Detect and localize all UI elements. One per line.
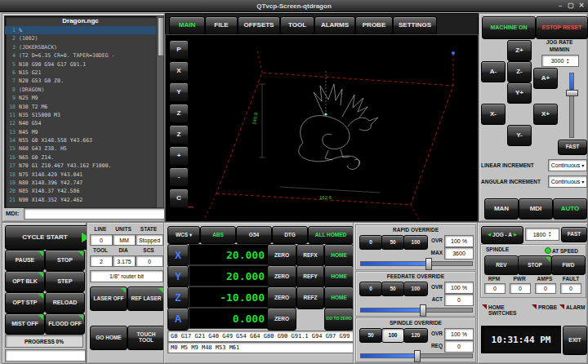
gcode-line[interactable]: 2(1002): [5, 34, 156, 42]
gcode-line[interactable]: 7N20 G53 G0 Z0.: [5, 77, 156, 85]
exit-button[interactable]: EXIT: [563, 326, 587, 355]
angular-jog-rate-spinbox[interactable]: 1800 ▲▼: [525, 228, 559, 241]
home-y-button[interactable]: HOME: [324, 265, 354, 288]
message-entry[interactable]: [5, 349, 86, 362]
spindle-stop-button[interactable]: STOP: [518, 255, 552, 275]
stop-button[interactable]: STOP: [45, 250, 85, 271]
reload-button[interactable]: RELOAD: [45, 292, 85, 313]
gcode-line[interactable]: 12N40 G54: [5, 119, 156, 127]
spinbox-arrows-icon[interactable]: ▲▼: [566, 58, 569, 64]
tab-offsets[interactable]: OFFSETS: [238, 16, 280, 35]
mode-mdi-button[interactable]: MDI: [519, 198, 553, 220]
rapid-0-button[interactable]: 0: [359, 235, 382, 250]
jog-z-plus-button[interactable]: Z+: [507, 40, 532, 61]
spindle-rev-button[interactable]: REV: [484, 255, 519, 275]
spindle-50-button[interactable]: 50: [359, 328, 382, 343]
laser-off-button[interactable]: LASER OFF: [90, 286, 127, 311]
tab-main[interactable]: MAIN: [169, 16, 205, 35]
zero-a-button[interactable]: ZERO: [267, 308, 296, 331]
axis-y-button[interactable]: Y: [167, 265, 189, 288]
slider-handle[interactable]: [420, 304, 426, 317]
touch-tool-button[interactable]: TOUCH TOOL: [127, 326, 165, 350]
opt-blk-button[interactable]: OPT BLK: [5, 271, 45, 292]
gcode-line[interactable]: 20N85 X148.37 Y42.586: [5, 187, 156, 195]
arrow-right-icon[interactable]: ▶: [514, 233, 517, 237]
gcode-line[interactable]: 14N55 G0 X148.558 Y43.663: [5, 136, 156, 144]
mode-auto-button[interactable]: AUTO: [553, 198, 587, 220]
minimize-button[interactable]: –: [555, 1, 565, 10]
gcode-line[interactable]: 21N90 X148.352 Y42.462: [5, 196, 156, 204]
ref-x-button[interactable]: REFX: [296, 244, 324, 267]
spindle-fwd-button[interactable]: FWD: [551, 255, 586, 275]
tab-probe[interactable]: PROBE: [355, 16, 393, 35]
mode-man-button[interactable]: MAN: [484, 198, 519, 220]
jog-x-plus-button[interactable]: X+: [533, 104, 558, 125]
gcode-line[interactable]: 8(DRAGON): [5, 86, 156, 94]
spindle-override-slider[interactable]: [360, 353, 473, 358]
slider-handle[interactable]: [414, 350, 421, 362]
gcode-line[interactable]: 11N35 S15000 M3: [5, 111, 156, 119]
linear-increment-select[interactable]: Continuous ▾: [548, 159, 587, 171]
slider-handle[interactable]: [566, 90, 578, 96]
view-z2-button[interactable]: Z: [169, 125, 189, 144]
tab-file[interactable]: FILE: [205, 16, 238, 35]
jog-y-minus-button[interactable]: Y-: [507, 125, 532, 146]
tab-alarms[interactable]: ALARMS: [314, 16, 355, 35]
angular-fast-button[interactable]: FAST: [561, 227, 587, 242]
clear-view-button[interactable]: C: [169, 189, 189, 208]
jog-z-minus-button[interactable]: Z-: [507, 61, 532, 82]
mdi-entry[interactable]: [24, 208, 165, 220]
view-p-button[interactable]: P: [169, 40, 189, 60]
go-home-button[interactable]: GO HOME: [90, 326, 127, 350]
feed-0-button[interactable]: 0: [359, 282, 382, 296]
jog-axis-selector[interactable]: ◀ JOG - A ▶: [481, 226, 523, 244]
gcode-line[interactable]: 1%: [5, 26, 156, 34]
gcode-line[interactable]: 17N70 G1 Z10.467 Y43.162 F1000.: [5, 162, 156, 170]
gcode-line[interactable]: 13N45 M9: [5, 128, 156, 136]
feedrate-override-slider[interactable]: [360, 308, 473, 313]
spindle-120-button[interactable]: 120: [403, 328, 428, 343]
gcode-scrollbar[interactable]: [156, 16, 164, 208]
close-button[interactable]: ✕: [577, 1, 586, 10]
all-homed-button[interactable]: ALL HOMED: [308, 226, 354, 244]
go-to-zero-button[interactable]: GO TO ZERO: [324, 308, 354, 331]
jog-rate-spinbox[interactable]: 3000 ▲▼: [541, 55, 579, 67]
gcode-line[interactable]: 6N15 G21: [5, 69, 156, 77]
ref-y-button[interactable]: REFY: [296, 265, 324, 288]
zero-x-button[interactable]: ZERO: [267, 244, 296, 267]
zoom-in-button[interactable]: +: [169, 146, 189, 166]
spinbox-arrows-icon[interactable]: ▲▼: [548, 231, 551, 237]
wcs-dropdown[interactable]: WCS ▾: [167, 226, 200, 244]
tab-settings[interactable]: SETTINGS: [393, 16, 437, 35]
mist-button[interactable]: MIST OFF: [5, 313, 45, 335]
dtg-button[interactable]: DTG: [272, 226, 308, 244]
zero-z-button[interactable]: ZERO: [267, 286, 296, 309]
estop-reset-button[interactable]: ESTOP RESET: [536, 16, 588, 39]
rapid-50-button[interactable]: 50: [381, 235, 404, 250]
jog-a-plus-button[interactable]: A+: [533, 68, 558, 89]
jog-fast-button[interactable]: FAST: [558, 140, 587, 155]
feed-50-button[interactable]: 50: [381, 282, 404, 296]
gcode-line[interactable]: 15N60 G43 Z38. H5: [5, 144, 156, 153]
opt-stp-button[interactable]: OPT STP: [5, 292, 45, 313]
tab-tool[interactable]: TOOL: [280, 16, 314, 35]
ref-z-button[interactable]: REFZ: [296, 286, 324, 309]
view-z-button[interactable]: Z: [169, 104, 189, 123]
axis-z-button[interactable]: Z: [167, 286, 189, 309]
gcode-line[interactable]: 3(JOKERSBACK): [5, 43, 156, 51]
gcode-line[interactable]: 10N30 T2 M6: [5, 103, 156, 111]
graphics-view[interactable]: 140.9 162.6 P X Y Z Z + - C: [165, 34, 479, 222]
step-button[interactable]: STEP: [45, 271, 85, 292]
pause-button[interactable]: PAUSE: [5, 250, 45, 271]
jog-speed-slider[interactable]: [569, 73, 574, 138]
abs-button[interactable]: ABS: [200, 226, 236, 244]
jog-y-plus-button[interactable]: Y+: [507, 82, 532, 104]
flood-button[interactable]: FLOOD OFF: [45, 313, 85, 335]
angular-increment-select[interactable]: Continuous ▾: [548, 175, 587, 188]
zoom-out-button[interactable]: -: [169, 167, 189, 187]
maximize-button[interactable]: ▢: [566, 1, 576, 10]
scrollbar-thumb[interactable]: [158, 17, 164, 56]
jog-x-minus-button[interactable]: X-: [481, 104, 506, 125]
axis-x-button[interactable]: X: [167, 244, 189, 267]
view-x-button[interactable]: X: [169, 61, 189, 81]
